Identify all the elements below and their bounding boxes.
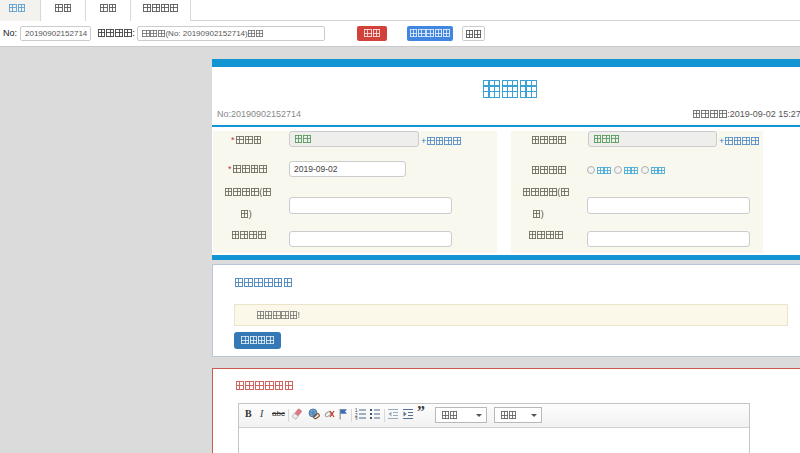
- svg-text:3: 3: [355, 417, 358, 421]
